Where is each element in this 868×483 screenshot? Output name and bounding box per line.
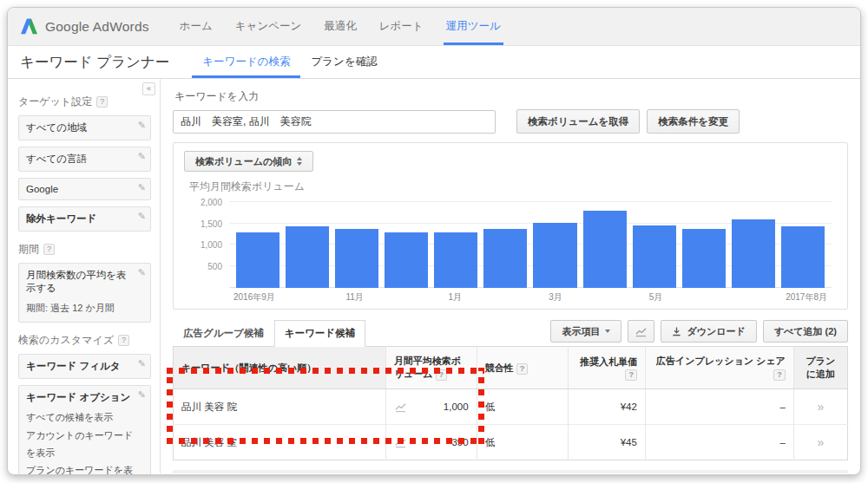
sidebar: « ターゲット設定 ? すべての地域 ✎ すべての言語 ✎ Google ✎ 除… [8, 79, 161, 473]
trend-type-dropdown[interactable]: 検索ボリュームの傾向 [184, 151, 313, 172]
chart-bars [236, 198, 825, 288]
chart-bar-2017年8月[interactable] [781, 226, 825, 288]
targeting-section-header: ターゲット設定 ? [18, 95, 151, 109]
help-icon[interactable]: ? [96, 96, 108, 108]
table-header-row: キーワード（関連性の高い順） 月間平均検索ボリューム ? 競合性 ? [174, 347, 848, 389]
sidebar-item-date-range[interactable]: 月間検索数の平均を表示する 期間: 過去 12 か月間 ✎ [18, 263, 151, 323]
chart-y-tick-label: 1,500 [186, 219, 222, 228]
help-icon[interactable]: ? [43, 244, 55, 255]
help-icon[interactable]: ? [625, 369, 637, 381]
bar-chart: 5001,0001,5002,000 [229, 198, 832, 288]
customize-title: 検索のカスタマイズ [18, 333, 114, 348]
sidebar-collapse-button[interactable]: « [142, 82, 155, 95]
edit-pencil-icon[interactable]: ✎ [138, 120, 146, 131]
sidebar-item-keyword-options[interactable]: キーワード オプション すべての候補を表示 アカウントのキーワードを表示 プラン… [18, 385, 151, 475]
edit-pencil-icon[interactable]: ✎ [138, 267, 146, 278]
col-header-competition[interactable]: 競合性 ? [477, 347, 568, 389]
chart-bar-2016年11月[interactable] [335, 229, 378, 288]
keyword-input[interactable] [173, 110, 496, 134]
tab-ad-group-ideas[interactable]: 広告グループ候補 [173, 320, 274, 346]
sparkline-icon[interactable] [394, 437, 407, 448]
impression-share-cell: – [645, 425, 793, 460]
add-to-plan-cell: » [793, 389, 847, 425]
help-icon[interactable]: ? [118, 335, 129, 346]
chart-x-tick-label: 11月 [345, 291, 363, 304]
nav-campaigns[interactable]: キャンペーン [224, 8, 312, 45]
chart-bar-2016年10月[interactable] [286, 226, 329, 288]
sidebar-item-languages[interactable]: すべての言語 ✎ [18, 147, 151, 172]
keyword-input-label: キーワードを入力 [174, 89, 848, 104]
sort-arrows-icon [297, 157, 302, 166]
add-to-plan-button[interactable]: » [818, 400, 825, 414]
chart-bar-2016年9月[interactable] [236, 232, 279, 288]
chart-bar-2016年12月[interactable] [385, 232, 428, 288]
nav-home[interactable]: ホーム [168, 8, 224, 45]
chart-x-tick-label: 2017年8月 [786, 291, 827, 304]
impression-share-cell: – [645, 389, 793, 425]
competition-cell: 低 [477, 389, 568, 425]
body: « ターゲット設定 ? すべての地域 ✎ すべての言語 ✎ Google ✎ 除… [8, 79, 860, 473]
toolbar-buttons: 表示項目 [550, 320, 848, 343]
chart-bar-2017年2月[interactable] [483, 229, 527, 288]
nav-tools[interactable]: 運用ツール [435, 8, 512, 45]
top-nav: Google AdWords ホーム キャンペーン 最適化 レポート 運用ツール [8, 8, 860, 46]
volume-cell: 390 [385, 425, 477, 460]
nav-reports[interactable]: レポート [368, 8, 435, 45]
edit-pencil-icon[interactable]: ✎ [138, 211, 146, 222]
period-section-header: 期間 ? [18, 242, 151, 257]
help-icon[interactable]: ? [436, 369, 448, 381]
customize-section-header: 検索のカスタマイズ ? [18, 333, 151, 348]
add-all-button[interactable]: すべて追加 (2) [763, 320, 848, 343]
change-search-criteria-button[interactable]: 検索条件を変更 [647, 109, 740, 134]
results-tabs: 広告グループ候補 キーワード候補 [173, 320, 365, 346]
chart-y-tick-label: 1,000 [186, 240, 222, 250]
tab-keyword-search[interactable]: キーワードの検索 [192, 46, 300, 78]
edit-pencil-icon[interactable]: ✎ [138, 358, 146, 369]
get-search-volume-button[interactable]: 検索ボリュームを取得 [516, 109, 640, 134]
search-volume-chart-card: 検索ボリュームの傾向 平均月間検索ボリューム 5001,0001,5002,00… [173, 142, 848, 310]
help-icon[interactable]: ? [516, 363, 529, 375]
chart-bar-2017年5月[interactable] [633, 225, 676, 288]
chart-bar-2017年7月[interactable] [732, 219, 775, 288]
add-to-plan-button[interactable]: » [818, 435, 825, 449]
top-nav-items: ホーム キャンペーン 最適化 レポート 運用ツール [168, 8, 512, 45]
col-header-keyword[interactable]: キーワード（関連性の高い順） [174, 347, 386, 389]
edit-pencil-icon[interactable]: ✎ [138, 182, 146, 193]
main-content: キーワードを入力 検索ボリュームを取得 検索条件を変更 検索ボリュームの傾向 平… [161, 79, 860, 473]
period-title: 期間 [18, 242, 39, 257]
download-button[interactable]: ダウンロード [661, 320, 756, 343]
sidebar-item-negative-keywords[interactable]: 除外キーワード ✎ [18, 206, 151, 232]
sidebar-item-network[interactable]: Google ✎ [18, 178, 151, 200]
adwords-logo-text: Google AdWords [45, 19, 149, 35]
adwords-logo[interactable]: Google AdWords [20, 8, 149, 45]
adwords-window: Google AdWords ホーム キャンペーン 最適化 レポート 運用ツール… [7, 7, 861, 475]
col-header-avg-monthly-searches[interactable]: 月間平均検索ボリューム ? [385, 347, 477, 389]
sidebar-item-locations[interactable]: すべての地域 ✎ [18, 115, 151, 140]
chart-bar-2017年4月[interactable] [583, 211, 627, 288]
chart-x-tick-label: 2016年9月 [233, 291, 275, 304]
page-title: キーワード プランナー [20, 46, 169, 78]
chart-y-tick-label: 500 [186, 262, 222, 271]
results-toolbar: 広告グループ候補 キーワード候補 表示項目 [173, 320, 848, 346]
keyword-option-row: すべての候補を表示 [26, 408, 135, 426]
edit-pencil-icon[interactable]: ✎ [138, 151, 146, 162]
sidebar-item-keyword-filters[interactable]: キーワード フィルタ ✎ [18, 354, 151, 379]
chart-bar-2017年3月[interactable] [533, 223, 576, 288]
keyword-cell: 品川 美容 院 [174, 389, 386, 425]
sub-nav: キーワード プランナー キーワードの検索 プランを確認 [8, 46, 860, 79]
sparkline-icon[interactable] [394, 401, 407, 413]
nav-optimization[interactable]: 最適化 [312, 8, 368, 45]
col-header-impression-share[interactable]: 広告インプレッション シェア ? [645, 347, 793, 389]
targeting-title: ターゲット設定 [18, 95, 92, 109]
col-header-suggested-bid[interactable]: 推奨入札単価 ? [568, 347, 645, 389]
download-icon [672, 326, 681, 336]
tab-keyword-ideas[interactable]: キーワード候補 [274, 320, 365, 347]
edit-pencil-icon[interactable]: ✎ [138, 389, 146, 401]
tab-review-plan[interactable]: プランを確認 [300, 46, 387, 78]
chart-toggle-button[interactable] [628, 320, 654, 343]
columns-dropdown-button[interactable]: 表示項目 [550, 320, 621, 343]
chevron-down-icon [605, 330, 610, 333]
chart-bar-2017年6月[interactable] [682, 229, 726, 288]
chart-bar-2017年1月[interactable] [434, 232, 477, 288]
help-icon[interactable]: ? [773, 369, 786, 381]
